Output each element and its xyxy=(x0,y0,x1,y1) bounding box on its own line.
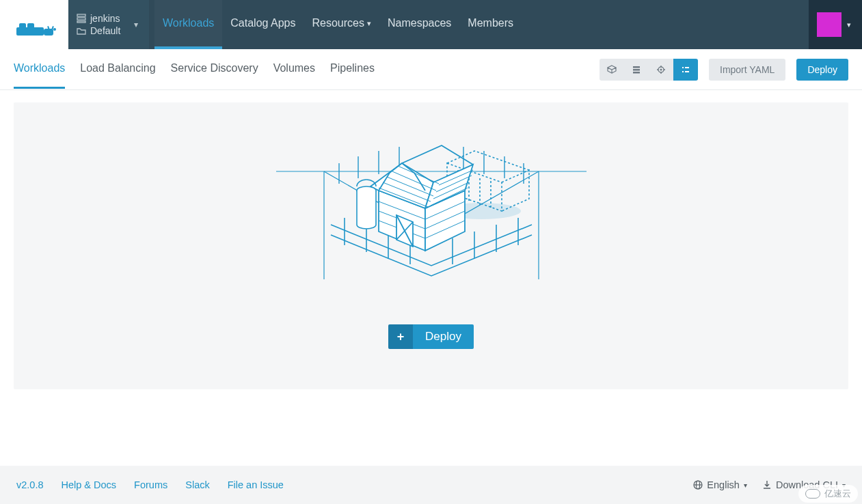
svg-rect-1 xyxy=(19,23,26,29)
cloud-icon xyxy=(805,489,820,499)
footer: v2.0.8 Help & Docs Forums Slack File an … xyxy=(0,466,862,504)
svg-rect-29 xyxy=(682,67,684,68)
project-name: Default xyxy=(90,25,120,36)
svg-rect-23 xyxy=(837,32,841,37)
chevron-down-icon: ▾ xyxy=(744,481,747,489)
tab-pipelines[interactable]: Pipelines xyxy=(330,50,375,89)
footer-link-issue[interactable]: File an Issue xyxy=(228,479,284,490)
deploy-button[interactable]: Deploy xyxy=(796,59,848,81)
deploy-center-label: Deploy xyxy=(413,324,474,349)
cluster-project-selector[interactable]: jenkins Default ▾ xyxy=(68,0,149,49)
view-toggle-stack[interactable] xyxy=(624,59,649,81)
svg-rect-30 xyxy=(685,67,689,68)
globe-icon xyxy=(693,480,703,490)
watermark: 亿速云 xyxy=(798,485,858,503)
svg-rect-25 xyxy=(633,69,640,71)
svg-rect-13 xyxy=(837,12,841,17)
nav-resources[interactable]: Resources▾ xyxy=(304,0,379,49)
plus-icon: + xyxy=(388,324,413,349)
chevron-down-icon: ▾ xyxy=(847,20,851,29)
cluster-icon xyxy=(77,14,86,23)
svg-rect-26 xyxy=(633,72,640,74)
footer-link-forums[interactable]: Forums xyxy=(134,479,167,490)
rancher-logo[interactable] xyxy=(14,19,59,40)
tab-volumes[interactable]: Volumes xyxy=(273,50,315,89)
view-toggle-namespace[interactable] xyxy=(649,59,673,81)
svg-point-4 xyxy=(53,28,56,31)
svg-rect-11 xyxy=(817,12,822,17)
svg-rect-17 xyxy=(826,22,831,27)
view-toggle xyxy=(600,59,698,81)
svg-rect-14 xyxy=(822,17,826,22)
version-label: v2.0.8 xyxy=(16,479,44,490)
download-icon xyxy=(762,480,772,490)
svg-rect-24 xyxy=(633,66,640,68)
view-toggle-list[interactable] xyxy=(673,59,698,81)
svg-rect-9 xyxy=(77,21,85,23)
svg-rect-20 xyxy=(831,27,836,31)
svg-point-28 xyxy=(660,68,662,70)
svg-rect-32 xyxy=(685,71,689,72)
nav-catalog-apps[interactable]: Catalog Apps xyxy=(222,0,304,49)
import-yaml-button[interactable]: Import YAML xyxy=(709,59,785,81)
nav-members[interactable]: Members xyxy=(459,0,522,49)
user-menu[interactable]: ▾ xyxy=(809,0,862,49)
avatar xyxy=(817,12,841,37)
workloads-empty-panel: + Deploy xyxy=(14,102,848,389)
tab-workloads[interactable]: Workloads xyxy=(14,50,65,89)
folder-icon xyxy=(77,26,86,36)
deploy-center-button[interactable]: + Deploy xyxy=(388,324,474,349)
svg-rect-12 xyxy=(826,12,831,17)
svg-rect-7 xyxy=(77,14,85,16)
language-selector[interactable]: English ▾ xyxy=(693,479,747,490)
chevron-down-icon: ▾ xyxy=(134,20,138,29)
footer-link-help[interactable]: Help & Docs xyxy=(62,479,117,490)
svg-rect-16 xyxy=(817,22,822,27)
view-toggle-cube[interactable] xyxy=(600,59,624,81)
svg-rect-18 xyxy=(837,22,841,27)
empty-state-illustration xyxy=(276,143,587,297)
cluster-name: jenkins xyxy=(90,13,120,24)
svg-rect-8 xyxy=(77,18,85,20)
chevron-down-icon: ▾ xyxy=(367,19,371,28)
svg-rect-21 xyxy=(817,32,822,37)
svg-rect-15 xyxy=(831,17,836,22)
svg-rect-31 xyxy=(682,71,684,72)
svg-rect-19 xyxy=(822,27,826,31)
svg-rect-22 xyxy=(826,32,831,37)
tab-service-discovery[interactable]: Service Discovery xyxy=(171,50,258,89)
nav-workloads[interactable]: Workloads xyxy=(154,0,222,49)
nav-namespaces[interactable]: Namespaces xyxy=(379,0,459,49)
footer-link-slack[interactable]: Slack xyxy=(185,479,209,490)
tab-load-balancing[interactable]: Load Balancing xyxy=(80,50,155,89)
svg-rect-2 xyxy=(27,23,34,29)
